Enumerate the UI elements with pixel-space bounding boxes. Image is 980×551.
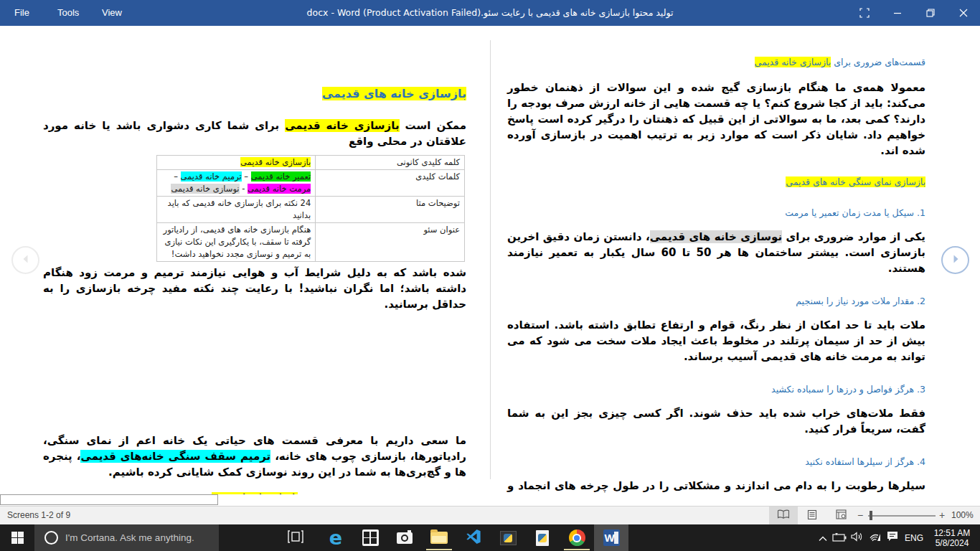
chevron-up-icon — [819, 532, 827, 545]
table-label-meta-description: توضیحات متا — [316, 197, 465, 223]
section-heading-highlight: بازسازی نمای سنگی خانه های قدیمی — [786, 176, 925, 187]
kicker-heading: قسمت‌های ضروری برای بازسازی خانه قدیمی — [507, 56, 925, 68]
paragraph-text: ممکن است — [400, 119, 467, 132]
paragraph: یکی از موارد ضروری برای نوسازی خانه های … — [507, 229, 925, 276]
separator: – — [242, 171, 251, 182]
taskbar-camera-button[interactable] — [387, 524, 422, 551]
table-value-keywords: تعمیر خانه قدیمی – ترمیم خانه قدیمی – مر… — [157, 170, 316, 197]
web-layout-button[interactable] — [826, 507, 855, 524]
tray-show-hidden-icons-button[interactable] — [815, 524, 831, 551]
page-title: بازسازی خانه های قدیمی — [43, 86, 466, 102]
print-layout-button[interactable] — [798, 507, 826, 524]
taskbar-vscode-button[interactable] — [456, 524, 491, 551]
zoom-out-button[interactable]: − — [855, 507, 865, 524]
menu-view[interactable]: View — [98, 0, 126, 26]
tray-network-button[interactable] — [867, 524, 884, 551]
zoom-in-button[interactable]: + — [937, 507, 947, 524]
green-highlight: تعمیر خانه قدیمی — [251, 171, 311, 182]
title-bar: File Tools View تولید محتوا بازسازی خانه… — [0, 0, 980, 26]
paragraph: سیلرها رطوبت را به دام می اندازند و مشکل… — [507, 478, 925, 494]
prev-page-icon — [20, 253, 32, 268]
taskbar-edge-button[interactable]: e — [319, 524, 353, 551]
subheading-1: 1. سیکل یا مدت زمان تعمیر یا مرمت — [507, 207, 925, 219]
battery-icon — [832, 532, 847, 545]
zoom-level[interactable]: 100% — [951, 507, 974, 524]
table-label-keywords: کلمات کلیدی — [316, 170, 465, 197]
document-screen-2: بازسازی خانه های قدیمی ممکن است بازسازی … — [0, 26, 490, 494]
subheading-3: 3. هرگز فواصل و درزها را سمباده نکشید — [507, 383, 925, 395]
zoom-slider-track[interactable] — [868, 515, 936, 517]
restore-button[interactable] — [914, 0, 947, 26]
table-label-focus-keyword: کلمه کلیدی کانونی — [316, 156, 465, 170]
python-console-icon — [500, 531, 517, 545]
paragraph: ملات باید تا حد امکان از نظر رنگ، قوام و… — [507, 317, 925, 364]
ribbon-display-options-button[interactable] — [848, 0, 881, 26]
window-title: تولید محتوا بازسازی خانه های قدیمی با رع… — [143, 0, 837, 26]
read-mode-button[interactable] — [769, 507, 798, 524]
taskbar-file-explorer-button[interactable] — [422, 524, 456, 551]
kicker-highlight: بازسازی خانه قدیمی — [755, 57, 831, 67]
document-screen-1: قسمت‌های ضروری برای بازسازی خانه قدیمی م… — [490, 26, 980, 494]
vscode-icon — [466, 529, 481, 547]
taskbar-python-file-button[interactable] — [525, 524, 560, 551]
table-value-focus-keyword: بازسازی خانه قدیمی — [157, 156, 316, 170]
menu-tools[interactable]: Tools — [53, 0, 83, 26]
gray-highlight: نوسازی خانه قدیمی — [171, 184, 239, 194]
tray-date: 5/8/2024 — [936, 538, 969, 548]
separator: - — [240, 184, 248, 194]
tray-time: 12:51 AM — [934, 528, 971, 538]
edge-icon: e — [329, 528, 342, 547]
table-value-meta-description: 24 نکته برای بازسازی خانه قدیمی که باید … — [157, 197, 316, 223]
zoom-slider-thumb[interactable] — [870, 511, 872, 520]
taskbar-word-button[interactable]: W — [594, 524, 628, 551]
paragraph: معمولا همه‌ی ما هنگام بازسازی گیج شده و … — [507, 80, 925, 159]
cyan-highlight: ترمیم خانه قدیمی — [181, 171, 242, 182]
tray-clock[interactable]: 12:51 AM 5/8/2024 — [927, 524, 977, 551]
table-row: کلمه کلیدی کانونی بازسازی خانه قدیمی — [157, 156, 465, 170]
tray-battery-button[interactable] — [831, 524, 848, 551]
caption-highlight: بازسازی خانه های قدیمی — [212, 492, 297, 494]
task-view-icon — [288, 530, 303, 546]
cortana-search-box[interactable]: I'm Cortana. Ask me anything. — [34, 524, 219, 551]
restore-icon — [926, 9, 935, 17]
word-window: File Tools View تولید محتوا بازسازی خانه… — [0, 0, 980, 551]
ribbon-display-options-icon — [859, 8, 870, 18]
magenta-highlight: مرمت خانه قدیمی — [248, 184, 311, 194]
word-icon: W — [603, 529, 620, 546]
screens-indicator[interactable]: Screens 1-2 of 9 — [7, 507, 70, 524]
tray-language-indicator[interactable]: ENG — [901, 524, 927, 551]
document-read-mode-area: قسمت‌های ضروری برای بازسازی خانه قدیمی م… — [0, 26, 980, 494]
tray-action-center-button[interactable] — [884, 524, 901, 551]
start-button[interactable] — [0, 524, 34, 551]
python-file-icon — [536, 530, 549, 546]
table-row: توضیحات متا 24 نکته برای بازسازی خانه قد… — [157, 197, 465, 223]
print-layout-icon — [807, 509, 817, 522]
paragraph: ممکن است بازسازی خانه قدیمی برای شما کار… — [43, 118, 466, 149]
seo-meta-table: کلمه کلیدی کانونی بازسازی خانه قدیمی کلم… — [156, 155, 465, 262]
section-heading: بازسازی نمای سنگی خانه های قدیمی — [507, 176, 925, 188]
taskbar-store-button[interactable] — [353, 524, 387, 551]
subheading-4: 4. هرگز از سیلرها استفاده نکنید — [507, 456, 925, 468]
minimize-button[interactable] — [881, 0, 914, 26]
separator: – — [174, 171, 180, 182]
table-row: عنوان سئو هنگام بازسازی خانه های قدیمی، … — [157, 223, 465, 262]
store-icon — [362, 529, 379, 546]
paragraph: شده باشد که به دلیل شرایط آب و هوایی نیا… — [43, 265, 466, 312]
table-row: کلمات کلیدی تعمیر خانه قدیمی – ترمیم خان… — [157, 170, 465, 197]
minimize-icon — [893, 9, 902, 17]
taskbar-chrome-button[interactable] — [560, 524, 594, 551]
yellow-highlight: بازسازی خانه قدیمی — [240, 157, 311, 167]
speaker-icon — [851, 532, 864, 545]
tray-volume-button[interactable] — [848, 524, 867, 551]
menu-file[interactable]: File — [10, 0, 34, 26]
subheading-2: 2. مقدار ملات مورد نیاز را بسنجیم — [507, 295, 925, 307]
paragraph: ما سعی داریم با معرفی قسمت های حیاتی یک … — [43, 433, 466, 480]
read-mode-icon — [777, 509, 790, 522]
camera-icon — [397, 532, 413, 544]
previous-screen-button[interactable] — [11, 246, 39, 274]
horizontal-scrollbar[interactable] — [0, 494, 218, 505]
taskbar-python-console-button[interactable] — [491, 524, 525, 551]
task-view-button[interactable] — [280, 524, 311, 551]
close-button[interactable] — [947, 0, 980, 26]
next-screen-button[interactable] — [941, 246, 969, 274]
